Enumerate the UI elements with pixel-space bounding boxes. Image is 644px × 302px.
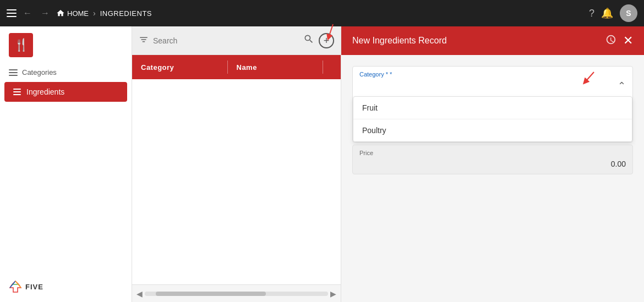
- table-footer: ◀ ▶: [132, 284, 341, 302]
- notification-icon[interactable]: 🔔: [601, 7, 613, 19]
- sidebar: 🍴 Categories Ingredients FIVE: [0, 26, 132, 302]
- add-record-button[interactable]: +: [319, 33, 334, 48]
- ingredients-list-icon: [13, 89, 21, 95]
- filter-icon[interactable]: [139, 35, 149, 47]
- nav-left: ← → HOME › INGREDIENTS: [7, 6, 585, 20]
- table-panel: + Category Name ◀: [132, 26, 341, 302]
- breadcrumb-chevron: ›: [93, 9, 96, 18]
- search-icon[interactable]: [303, 34, 314, 47]
- price-field-group: Price 0.00: [352, 145, 633, 174]
- category-select-wrapper: Category * ⌃: [353, 67, 632, 96]
- col-divider: [227, 61, 228, 74]
- home-label: HOME: [67, 9, 89, 18]
- dropdown-item-fruit[interactable]: Fruit: [353, 97, 632, 119]
- search-input[interactable]: [153, 36, 299, 45]
- page-title: INGREDIENTS: [100, 9, 152, 18]
- category-field-label: Category *: [353, 67, 632, 78]
- content-area: + Category Name ◀: [132, 26, 644, 302]
- forward-button[interactable]: →: [39, 6, 52, 20]
- close-button[interactable]: ✕: [623, 34, 633, 48]
- category-select[interactable]: ⌃: [353, 78, 632, 96]
- main-layout: 🍴 Categories Ingredients FIVE: [0, 26, 644, 302]
- ingredients-label: Ingredients: [26, 87, 64, 96]
- user-avatar[interactable]: S: [620, 4, 637, 22]
- nav-right: ? 🔔 S: [589, 4, 637, 22]
- record-panel: New Ingredients Record ✕ Category * ⌃: [341, 26, 644, 302]
- five-logo-icon: [9, 280, 22, 293]
- col-category-header: Category: [141, 63, 219, 72]
- svg-marker-0: [10, 281, 21, 292]
- record-body: Category * ⌃ Fruit: [341, 55, 644, 302]
- search-bar: +: [132, 26, 341, 55]
- col-name-header: Name: [237, 63, 314, 72]
- back-button[interactable]: ←: [21, 6, 34, 20]
- category-field-group: Category * ⌃ Fruit: [352, 66, 633, 142]
- top-navigation: ← → HOME › INGREDIENTS ? 🔔 S: [0, 0, 644, 26]
- chevron-up-icon[interactable]: ⌃: [618, 80, 626, 92]
- sidebar-footer: FIVE: [0, 271, 132, 302]
- price-label: Price: [353, 145, 632, 157]
- record-header: New Ingredients Record ✕: [341, 26, 644, 55]
- home-link[interactable]: HOME: [56, 9, 89, 18]
- app-logo: 🍴: [9, 33, 33, 57]
- five-brand-label: FIVE: [25, 283, 43, 291]
- sidebar-logo: 🍴: [0, 26, 132, 64]
- dropdown-item-poultry[interactable]: Poultry: [353, 119, 632, 141]
- home-icon: [56, 9, 65, 18]
- record-title: New Ingredients Record: [352, 36, 598, 46]
- help-icon[interactable]: ?: [589, 8, 594, 19]
- category-dropdown: Fruit Poultry: [353, 96, 632, 142]
- categories-label: Categories: [22, 68, 57, 76]
- hamburger-menu[interactable]: [7, 9, 17, 17]
- history-icon[interactable]: [604, 34, 616, 48]
- categories-menu-icon: [9, 69, 18, 76]
- table-header: Category Name: [132, 55, 341, 79]
- scroll-right-arrow[interactable]: ▶: [330, 289, 336, 298]
- scroll-thumb: [156, 292, 266, 296]
- scroll-left-arrow[interactable]: ◀: [137, 289, 143, 298]
- scroll-track[interactable]: [145, 292, 328, 296]
- price-value: 0.00: [353, 157, 632, 174]
- table-body[interactable]: [132, 79, 341, 284]
- sidebar-item-ingredients[interactable]: Ingredients: [4, 82, 127, 102]
- categories-section[interactable]: Categories: [0, 64, 132, 81]
- col-divider2: [323, 61, 323, 74]
